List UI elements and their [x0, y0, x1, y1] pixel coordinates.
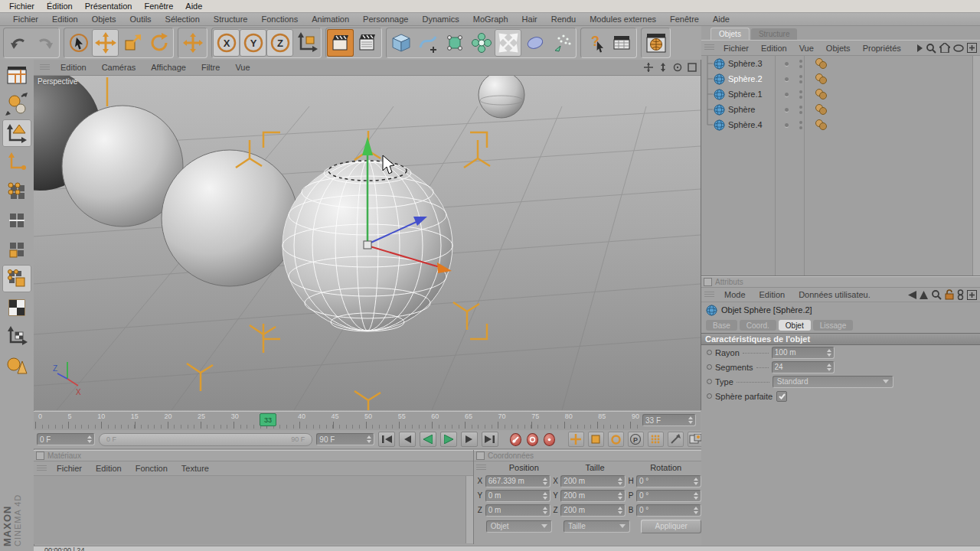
sphere-small[interactable]	[479, 76, 524, 118]
render-picture-viewer-button[interactable]	[354, 29, 381, 57]
record-keyframe-button[interactable]	[510, 433, 521, 446]
vp-menu-edition[interactable]: Edition	[53, 63, 94, 72]
visibility-dots[interactable]	[799, 121, 802, 129]
ruler-ticks[interactable]: 051015202530354045505560657075808590 33	[35, 412, 642, 429]
frame-stepper[interactable]	[688, 416, 693, 424]
sphere-object-icon[interactable]	[714, 119, 725, 131]
z-axis-lock-button[interactable]: Z	[266, 29, 293, 57]
add-spline-button[interactable]	[414, 29, 441, 57]
edges-mode-button[interactable]	[2, 207, 31, 234]
enable-dot[interactable]	[785, 62, 789, 66]
key-position-button[interactable]	[568, 432, 584, 447]
object-axis-mode-button[interactable]	[2, 148, 31, 176]
object-row[interactable]: Sphère.4	[701, 117, 980, 132]
next-frame-button[interactable]	[461, 432, 478, 447]
menu-mograph[interactable]: MoGraph	[466, 15, 515, 24]
om-menu-edition[interactable]: Edition	[755, 44, 793, 53]
history-back-icon[interactable]	[908, 291, 916, 299]
menu-hair[interactable]: Hair	[515, 15, 544, 24]
menu-structure[interactable]: Structure	[207, 15, 255, 24]
coord-mode-dropdown[interactable]: Objet	[486, 520, 553, 533]
enable-dot[interactable]	[785, 77, 789, 81]
rot-b-field[interactable]: 0 °	[636, 504, 701, 517]
radius-field[interactable]: 100 m	[772, 347, 835, 359]
rotate-tool-button[interactable]	[145, 29, 172, 57]
object-row-selected[interactable]: Sphère.2	[701, 71, 980, 86]
add-tab-icon[interactable]	[967, 290, 977, 300]
vp-menu-cameras[interactable]: Caméras	[94, 63, 144, 72]
menu-objets[interactable]: Objets	[85, 15, 123, 24]
key-rotation-button[interactable]	[608, 432, 624, 447]
drag-handle-icon[interactable]	[37, 465, 47, 472]
dynamics-tag-icon[interactable]	[815, 103, 828, 116]
menu-selection[interactable]: Sélection	[158, 15, 207, 24]
winmenu-fenetre[interactable]: Fenêtre	[138, 2, 179, 11]
move-tool-button[interactable]	[92, 29, 119, 57]
menu-personnage[interactable]: Personnage	[356, 15, 415, 24]
attr-menu-mode[interactable]: Mode	[717, 290, 753, 299]
history-forward-icon[interactable]	[920, 291, 928, 299]
object-name[interactable]: Sphère.4	[728, 120, 776, 129]
vp-menu-vue[interactable]: Vue	[227, 63, 257, 72]
coordinates-title-bar[interactable]: Coordonnées	[474, 450, 701, 461]
object-row[interactable]: Sphère	[701, 102, 980, 117]
tab-objet[interactable]: Objet	[779, 320, 811, 331]
points-mode-button[interactable]	[2, 178, 31, 205]
object-name[interactable]: Sphère.3	[728, 59, 776, 68]
tab-lissage[interactable]: Lissage	[813, 320, 853, 331]
lock-icon[interactable]	[945, 289, 954, 300]
mat-menu-fonction[interactable]: Fonction	[129, 464, 175, 473]
materials-title-bar[interactable]: Matériaux	[34, 450, 473, 461]
materials-scrollbar[interactable]	[466, 476, 473, 543]
texture-axis-mode-button[interactable]	[2, 294, 31, 321]
play-forward-button[interactable]	[440, 432, 457, 447]
tab-structure[interactable]: Structure	[751, 28, 798, 40]
eye-icon[interactable]	[953, 44, 964, 52]
object-row[interactable]: Sphère.3	[701, 56, 980, 71]
segments-field[interactable]: 24	[772, 361, 835, 373]
attr-menu-user-data[interactable]: Données utilisateu.	[792, 290, 877, 299]
end-frame-stepper[interactable]	[367, 435, 371, 443]
view-label[interactable]: Perspective	[38, 77, 77, 86]
drag-handle-icon[interactable]	[40, 64, 50, 71]
pos-z-field[interactable]: 0 m	[485, 504, 550, 517]
enable-dot[interactable]	[785, 108, 789, 112]
add-null-button[interactable]	[441, 29, 468, 57]
x-axis-lock-button[interactable]: X	[213, 29, 240, 57]
search-icon[interactable]	[926, 43, 936, 54]
zoom-view-icon[interactable]	[657, 62, 669, 73]
rotate-view-icon[interactable]	[671, 62, 684, 73]
key-scale-button[interactable]	[588, 432, 604, 447]
stepper[interactable]	[827, 349, 831, 357]
menu-aide[interactable]: Aide	[706, 15, 737, 24]
previous-frame-button[interactable]	[399, 432, 416, 447]
vp-menu-filtre[interactable]: Filtre	[194, 63, 227, 72]
workplane-mode-button[interactable]	[2, 323, 31, 350]
visibility-dots[interactable]	[799, 90, 802, 99]
winmenu-edition[interactable]: Édition	[41, 2, 79, 11]
add-particles-button[interactable]	[548, 29, 575, 57]
menu-fenetre[interactable]: Fenêtre	[663, 15, 706, 24]
viewport-canvas[interactable]: Perspective	[34, 76, 701, 410]
om-menu-proprietes[interactable]: Propriétés	[857, 44, 907, 53]
object-row[interactable]: Sphère.1	[701, 86, 980, 102]
object-list-scrollbar[interactable]	[972, 56, 980, 276]
help-button[interactable]: ?	[582, 29, 609, 57]
materials-list-area[interactable]	[34, 476, 473, 543]
tab-coord[interactable]: Coord.	[740, 320, 776, 331]
stepper[interactable]	[543, 507, 547, 514]
enable-dot[interactable]	[785, 123, 789, 127]
preview-range-slider[interactable]: 0 F 90 F	[99, 433, 312, 446]
dynamics-tag-icon[interactable]	[815, 57, 828, 70]
key-parameter-button[interactable]: P	[628, 432, 644, 447]
stepper[interactable]	[618, 478, 622, 485]
dynamics-tag-icon[interactable]	[815, 88, 828, 100]
content-browser-button[interactable]	[642, 29, 669, 57]
mat-menu-texture[interactable]: Texture	[175, 464, 216, 473]
stepper[interactable]	[618, 507, 622, 514]
polygons-mode-button[interactable]	[2, 236, 31, 263]
make-editable-button[interactable]	[2, 90, 31, 118]
om-menu-objets[interactable]: Objets	[820, 44, 857, 53]
menu-modules-externes[interactable]: Modules externes	[583, 15, 663, 24]
current-frame-field[interactable]: 33 F	[642, 414, 696, 426]
